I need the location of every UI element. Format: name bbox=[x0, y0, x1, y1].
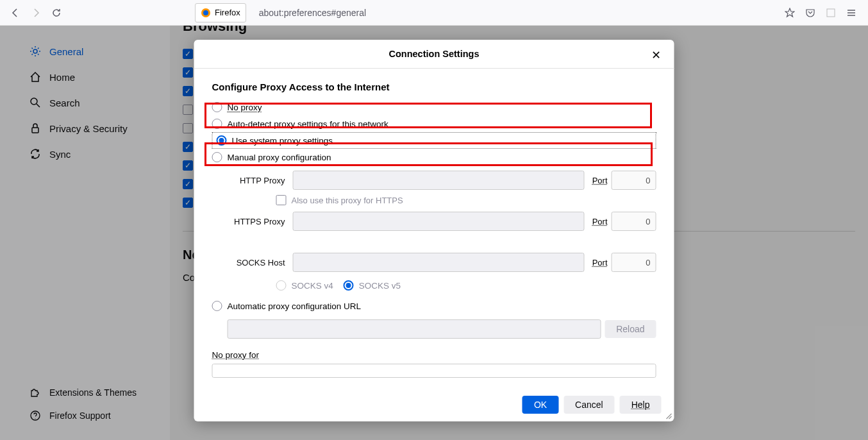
https-proxy-row: HTTPS Proxy Port bbox=[212, 212, 656, 231]
hamburger-menu-icon[interactable] bbox=[845, 6, 858, 19]
http-port-input[interactable] bbox=[612, 171, 656, 190]
toolbar-right bbox=[804, 6, 858, 19]
also-https-row[interactable]: Also use this proxy for HTTPS bbox=[212, 195, 656, 205]
http-proxy-label: HTTP Proxy bbox=[225, 176, 289, 185]
http-proxy-row: HTTP Proxy Port bbox=[212, 171, 656, 190]
https-port-input[interactable] bbox=[612, 212, 656, 231]
radio-icon bbox=[212, 102, 222, 112]
no-proxy-for-label: No proxy for bbox=[212, 350, 656, 360]
connection-settings-dialog: Connection Settings ✕ Configure Proxy Ac… bbox=[194, 40, 674, 421]
radio-manual[interactable]: Manual proxy configuration bbox=[212, 149, 656, 165]
radio-socks-v4[interactable]: SOCKS v4 bbox=[276, 277, 333, 294]
back-button[interactable] bbox=[5, 3, 26, 23]
dialog-body: Configure Proxy Access to the Internet N… bbox=[194, 69, 674, 388]
active-tab[interactable]: Firefox bbox=[195, 3, 246, 22]
socks-host-row: SOCKS Host Port bbox=[212, 253, 656, 272]
socks-host-label: SOCKS Host bbox=[225, 258, 289, 267]
tab-label: Firefox bbox=[215, 8, 240, 17]
radio-icon bbox=[212, 119, 222, 129]
resize-grip-icon[interactable] bbox=[665, 412, 672, 419]
socks-version-row: SOCKS v4 SOCKS v5 bbox=[212, 277, 656, 294]
svg-point-1 bbox=[203, 10, 208, 15]
radio-icon bbox=[212, 152, 222, 162]
radio-icon bbox=[344, 280, 354, 291]
radio-no-proxy[interactable]: No proxy bbox=[212, 99, 656, 115]
socks-host-input[interactable] bbox=[293, 253, 585, 272]
help-button[interactable]: Help bbox=[620, 396, 662, 414]
toolbar: Firefox bbox=[0, 0, 868, 26]
firefox-icon bbox=[201, 8, 211, 18]
radio-icon bbox=[217, 135, 227, 146]
port-label: Port bbox=[592, 176, 608, 185]
auto-url-row: Reload bbox=[212, 319, 656, 339]
radio-icon bbox=[276, 280, 287, 291]
radio-use-system[interactable]: Use system proxy settings bbox=[212, 132, 656, 149]
ok-button[interactable]: OK bbox=[522, 396, 558, 414]
http-proxy-input[interactable] bbox=[293, 171, 585, 190]
auto-url-input[interactable] bbox=[228, 319, 601, 339]
radio-auto-detect[interactable]: Auto-detect proxy settings for this netw… bbox=[212, 115, 656, 132]
pocket-icon[interactable] bbox=[804, 6, 817, 19]
socks-port-input[interactable] bbox=[612, 253, 656, 272]
forward-button[interactable] bbox=[26, 3, 46, 23]
app-menu-icon[interactable] bbox=[824, 6, 837, 19]
svg-rect-2 bbox=[827, 9, 835, 17]
no-proxy-for-input[interactable] bbox=[212, 364, 656, 378]
https-proxy-label: HTTPS Proxy bbox=[225, 217, 289, 226]
close-button[interactable]: ✕ bbox=[649, 47, 664, 63]
url-bar[interactable] bbox=[251, 3, 804, 22]
port-label: Port bbox=[592, 258, 608, 267]
radio-socks-v5[interactable]: SOCKS v5 bbox=[344, 277, 401, 294]
proxy-heading: Configure Proxy Access to the Internet bbox=[212, 81, 656, 92]
reload-button[interactable]: Reload bbox=[605, 320, 656, 338]
cancel-button[interactable]: Cancel bbox=[563, 396, 615, 414]
dialog-header: Connection Settings ✕ bbox=[194, 40, 674, 69]
bookmark-star-icon[interactable] bbox=[783, 6, 796, 19]
checkbox-icon bbox=[276, 195, 287, 205]
https-proxy-input[interactable] bbox=[293, 212, 585, 231]
port-label: Port bbox=[592, 217, 608, 226]
dialog-title: Connection Settings bbox=[389, 49, 480, 59]
radio-icon bbox=[212, 301, 222, 311]
radio-auto-url[interactable]: Automatic proxy configuration URL bbox=[212, 298, 656, 314]
url-input[interactable] bbox=[259, 8, 783, 18]
dialog-footer: OK Cancel Help bbox=[194, 388, 674, 421]
reload-button[interactable] bbox=[46, 3, 67, 23]
